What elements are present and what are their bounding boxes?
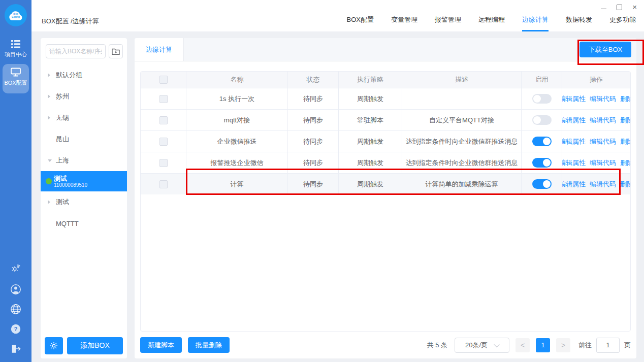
delete-link[interactable]: 删除 xyxy=(620,180,630,189)
monitor-icon xyxy=(10,67,21,77)
tree-item-label: MQTTT xyxy=(56,220,79,227)
sidebar-logout-button[interactable] xyxy=(0,343,31,356)
chevron-right-icon[interactable] xyxy=(48,73,53,77)
window-controls: × xyxy=(601,3,637,11)
edit-code-link[interactable]: 编辑代码 xyxy=(590,94,616,104)
batch-delete-button[interactable]: 批量删除 xyxy=(188,337,230,353)
tree-item[interactable]: 无锡 xyxy=(41,107,127,128)
download-to-box-button[interactable]: 下载至BOX xyxy=(579,42,631,57)
row-checkbox[interactable] xyxy=(159,138,168,146)
sidebar-help-button[interactable]: ? xyxy=(0,323,31,337)
enable-toggle[interactable] xyxy=(532,94,552,104)
topnav-item[interactable]: 边缘计算 xyxy=(522,15,549,31)
new-script-button[interactable]: 新建脚本 xyxy=(140,337,182,353)
topnav-item[interactable]: 报警管理 xyxy=(435,15,461,31)
topnav-item[interactable]: 更多功能 xyxy=(609,15,636,31)
edit-code-link[interactable]: 编辑代码 xyxy=(590,116,616,125)
topnav-item[interactable]: BOX配置 xyxy=(347,15,374,31)
delete-link[interactable]: 删除 xyxy=(620,137,630,146)
minimize-icon[interactable] xyxy=(601,9,606,9)
tree-item-label: 昆山 xyxy=(56,135,69,144)
cell-strategy: 周期触发 xyxy=(339,88,402,109)
enable-toggle[interactable] xyxy=(532,158,552,168)
cell-actions: 编辑属性编辑代码删除 xyxy=(562,174,630,194)
tree-item[interactable]: 测试 xyxy=(41,191,127,213)
edit-properties-link[interactable]: 编辑属性 xyxy=(562,94,586,104)
box-search-row xyxy=(46,44,123,58)
chevron-right-icon[interactable] xyxy=(48,200,53,204)
help-icon: ? xyxy=(10,323,22,335)
box-search-input[interactable] xyxy=(46,44,106,58)
box-settings-button[interactable] xyxy=(45,337,63,354)
box-tree: 默认分组苏州无锡昆山上海测试110000089510测试MQTTT xyxy=(41,64,127,331)
cell-strategy: 周期触发 xyxy=(339,152,402,173)
chevron-right-icon[interactable] xyxy=(48,116,53,120)
sidebar-network-button[interactable] xyxy=(0,303,31,317)
prev-page-button[interactable]: < xyxy=(516,338,530,352)
enable-toggle[interactable] xyxy=(532,137,552,146)
next-page-button[interactable]: > xyxy=(556,338,570,352)
cell-status: 待同步 xyxy=(288,174,339,194)
chevron-down-icon[interactable] xyxy=(48,159,53,162)
topnav-item[interactable]: 数据转发 xyxy=(566,15,592,31)
box-name: 测试 xyxy=(54,175,127,182)
cell-description: 达到指定条件时向企业微信群推送消息 xyxy=(402,152,522,173)
tree-item-label: 默认分组 xyxy=(56,71,82,80)
cell-name: 计算 xyxy=(186,174,288,194)
sidebar-item-project-center[interactable]: 项目中心 xyxy=(0,40,31,58)
column-header-status: 状态 xyxy=(288,72,339,88)
select-all-checkbox[interactable] xyxy=(159,76,168,84)
scripts-table: 名称 状态 执行策略 描述 启用 操作 1s 执行一次待同步周期触发编辑属性编辑… xyxy=(140,71,631,332)
cell-name: 报警推送企业微信 xyxy=(186,152,288,173)
online-status-dot xyxy=(46,178,52,184)
sidebar-account-button[interactable] xyxy=(0,283,31,297)
tree-item[interactable]: 昆山 xyxy=(41,128,127,150)
table-header-row: 名称 状态 执行策略 描述 启用 操作 xyxy=(141,72,630,88)
tree-item-selected[interactable]: 测试110000089510 xyxy=(41,171,127,191)
tree-item-label: 苏州 xyxy=(56,92,69,101)
edit-properties-link[interactable]: 编辑属性 xyxy=(562,116,586,125)
current-page-button[interactable]: 1 xyxy=(536,338,550,352)
enable-toggle[interactable] xyxy=(532,179,552,189)
cell-actions: 编辑属性编辑代码删除 xyxy=(562,88,630,109)
row-checkbox[interactable] xyxy=(159,95,168,103)
tree-item[interactable]: 苏州 xyxy=(41,86,127,107)
tab-edge-computing[interactable]: 边缘计算 xyxy=(135,38,184,61)
app-logo: BoxConfig xyxy=(5,4,27,26)
main-panel: 边缘计算 下载至BOX 名称 状态 执行策略 描述 启用 操作 1s 执行一次待… xyxy=(135,38,636,358)
add-group-button[interactable] xyxy=(109,44,123,58)
goto-suffix: 页 xyxy=(624,341,631,350)
sidebar-settings-button[interactable] xyxy=(0,262,31,275)
row-checkbox[interactable] xyxy=(159,180,168,188)
topnav-item[interactable]: 变量管理 xyxy=(391,15,417,31)
add-box-button[interactable]: 添加BOX xyxy=(67,337,123,354)
goto-page-input[interactable] xyxy=(596,338,620,353)
cell-status: 待同步 xyxy=(288,88,339,109)
maximize-icon[interactable] xyxy=(617,5,622,10)
edit-code-link[interactable]: 编辑代码 xyxy=(590,137,616,146)
folder-plus-icon xyxy=(112,48,120,55)
enable-toggle[interactable] xyxy=(532,115,552,125)
cell-status: 待同步 xyxy=(288,110,339,130)
cell-description xyxy=(402,88,522,109)
tree-item[interactable]: MQTTT xyxy=(41,213,127,234)
page-size-select[interactable]: 20条/页 xyxy=(455,338,509,353)
tree-item[interactable]: 默认分组 xyxy=(41,64,127,86)
topnav-item[interactable]: 远程编程 xyxy=(478,15,505,31)
row-checkbox[interactable] xyxy=(159,116,168,124)
edit-code-link[interactable]: 编辑代码 xyxy=(590,158,616,168)
edit-properties-link[interactable]: 编辑属性 xyxy=(562,137,586,146)
table-row: 1s 执行一次待同步周期触发编辑属性编辑代码删除 xyxy=(141,88,630,109)
row-checkbox[interactable] xyxy=(159,159,168,167)
edit-code-link[interactable]: 编辑代码 xyxy=(590,180,616,189)
delete-link[interactable]: 删除 xyxy=(620,158,630,168)
table-row: mqtt对接待同步常驻脚本自定义平台MQTT对接编辑属性编辑代码删除 xyxy=(141,109,630,130)
edit-properties-link[interactable]: 编辑属性 xyxy=(562,180,586,189)
sidebar-item-box-config[interactable]: BOX配置 xyxy=(0,67,31,87)
tree-item[interactable]: 上海 xyxy=(41,150,127,171)
chevron-right-icon[interactable] xyxy=(48,94,53,98)
edit-properties-link[interactable]: 编辑属性 xyxy=(562,158,586,168)
close-icon[interactable]: × xyxy=(632,4,637,11)
delete-link[interactable]: 删除 xyxy=(620,94,630,104)
delete-link[interactable]: 删除 xyxy=(620,116,630,125)
